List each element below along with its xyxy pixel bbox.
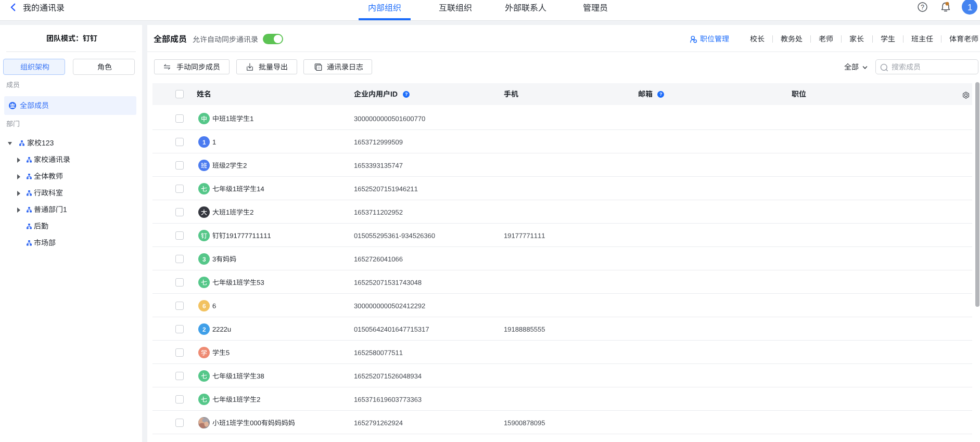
svg-text:?: ? [405,92,408,97]
svg-text:?: ? [921,4,924,11]
svg-text:?: ? [659,92,662,97]
